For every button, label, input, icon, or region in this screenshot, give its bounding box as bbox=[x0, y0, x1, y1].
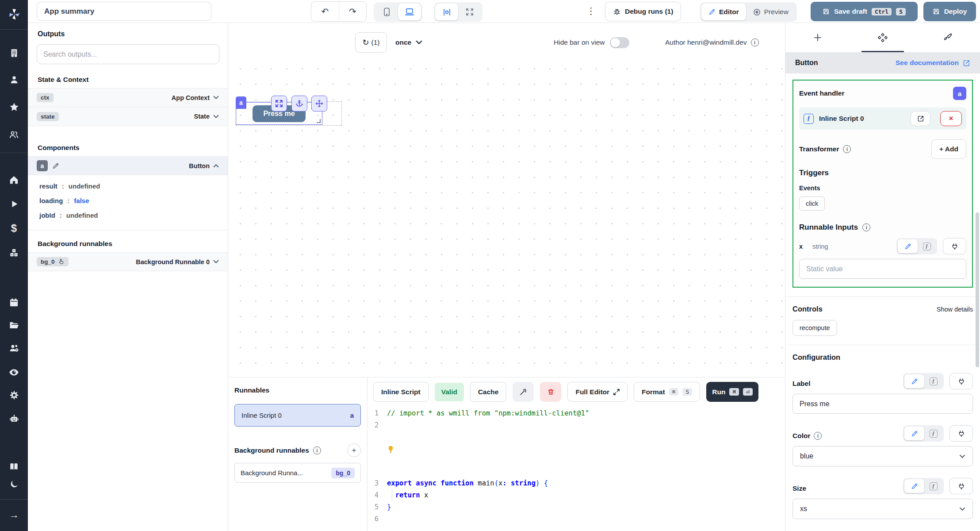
desktop-view-button[interactable] bbox=[398, 4, 421, 20]
lightbulb-icon[interactable] bbox=[387, 445, 394, 454]
move-handle-icon[interactable] bbox=[311, 96, 327, 112]
delete-script-icon[interactable] bbox=[540, 382, 561, 402]
rename-component-icon[interactable] bbox=[52, 162, 59, 169]
redo-button[interactable]: ↷ bbox=[339, 2, 366, 21]
collapse-sidebar-icon[interactable]: → bbox=[0, 505, 28, 524]
refresh-interval-select[interactable]: once bbox=[395, 32, 422, 53]
anchor-handle-icon[interactable] bbox=[291, 96, 307, 112]
undo-button[interactable]: ↶ bbox=[311, 2, 339, 21]
color-select[interactable]: blue bbox=[792, 446, 973, 466]
prop-colon: : bbox=[67, 197, 69, 204]
resources-icon[interactable] bbox=[0, 243, 28, 262]
bg-runnable-item[interactable]: Background Runna... bg_0 bbox=[234, 463, 361, 483]
inline-script-ref-row[interactable]: ƒ Inline Script 0 × bbox=[799, 108, 966, 130]
recompute-badge: recompute bbox=[792, 320, 837, 336]
docs-icon[interactable] bbox=[0, 458, 28, 475]
favorites-icon[interactable] bbox=[0, 98, 28, 116]
ai-assist-icon[interactable] bbox=[513, 382, 534, 402]
static-mode-icon[interactable] bbox=[904, 479, 924, 493]
resize-grip-icon[interactable] bbox=[317, 119, 321, 123]
open-script-button[interactable] bbox=[911, 111, 930, 126]
schedules-icon[interactable] bbox=[0, 293, 28, 312]
variables-icon[interactable]: $ bbox=[0, 219, 28, 237]
connect-input-icon[interactable] bbox=[949, 425, 973, 442]
component-a-row[interactable]: a Button bbox=[28, 156, 228, 175]
folders-icon[interactable] bbox=[0, 316, 28, 335]
connect-input-icon[interactable] bbox=[949, 478, 973, 494]
chevron-down-icon bbox=[213, 96, 219, 100]
component-id-tag[interactable]: a bbox=[236, 96, 246, 109]
styling-tab[interactable] bbox=[915, 23, 980, 52]
refresh-icon: ↻ bbox=[362, 38, 369, 47]
size-select[interactable]: xs bbox=[792, 499, 973, 519]
bg-runnable-item-badge: bg_0 bbox=[331, 468, 355, 478]
script-editor: Inline Script Valid Cache Full Editor Fo… bbox=[368, 377, 785, 531]
full-editor-button[interactable]: Full Editor bbox=[567, 382, 628, 402]
preview-tab[interactable]: Preview bbox=[746, 4, 796, 20]
code-area[interactable]: 1// import * as wmill from "npm:windmill… bbox=[368, 408, 785, 525]
panel-scrollbar[interactable] bbox=[976, 212, 979, 367]
connect-input-icon[interactable] bbox=[943, 238, 966, 254]
expand-handle-icon[interactable] bbox=[271, 96, 287, 112]
inline-script-tab-label: Inline Script bbox=[381, 388, 421, 396]
expr-mode-icon[interactable]: ƒ bbox=[924, 427, 942, 440]
ctx-row[interactable]: ctx App Context bbox=[28, 88, 228, 107]
user-icon[interactable] bbox=[0, 71, 28, 88]
static-mode-icon[interactable] bbox=[904, 374, 924, 388]
audit-logs-icon[interactable] bbox=[0, 363, 28, 381]
expr-mode-icon[interactable]: ƒ bbox=[918, 239, 936, 253]
inline-script-item[interactable]: Inline Script 0 a bbox=[234, 404, 361, 427]
inline-script-item-label: Inline Script 0 bbox=[241, 412, 282, 419]
workspace-icon[interactable] bbox=[0, 44, 28, 62]
app-summary-input[interactable] bbox=[37, 2, 211, 21]
center-canvas-button[interactable] bbox=[435, 4, 458, 20]
inline-script-tab[interactable]: Inline Script bbox=[373, 382, 429, 402]
runs-icon[interactable] bbox=[0, 195, 28, 213]
search-outputs-input[interactable] bbox=[37, 44, 219, 64]
component-settings-tab[interactable] bbox=[850, 23, 915, 52]
chevron-down-icon bbox=[416, 40, 422, 45]
fullscreen-canvas-button[interactable] bbox=[458, 4, 481, 20]
deploy-button[interactable]: Deploy bbox=[923, 2, 976, 21]
show-details-link[interactable]: Show details bbox=[937, 306, 973, 313]
settings-icon[interactable] bbox=[0, 386, 28, 404]
outputs-panel: Outputs State & Context ctx App Context … bbox=[28, 23, 228, 531]
expr-mode-icon[interactable]: ƒ bbox=[924, 374, 942, 388]
add-bg-runnable-button[interactable]: + bbox=[347, 443, 361, 457]
mobile-view-button[interactable] bbox=[375, 4, 398, 20]
cache-button[interactable]: Cache bbox=[470, 382, 507, 402]
function-icon: ƒ bbox=[804, 114, 814, 124]
kbd-s: S bbox=[682, 388, 692, 396]
dark-mode-icon[interactable] bbox=[0, 475, 28, 493]
home-icon[interactable] bbox=[0, 171, 28, 189]
see-documentation-link[interactable]: See documentation bbox=[896, 59, 970, 67]
label-value-input[interactable] bbox=[792, 394, 973, 414]
state-row[interactable]: state State bbox=[28, 107, 228, 126]
save-draft-button[interactable]: Save draft Ctrl S bbox=[811, 2, 918, 21]
runnables-title: Runnables bbox=[234, 386, 361, 394]
info-icon bbox=[843, 145, 851, 153]
more-menu-icon[interactable]: ⋮ bbox=[586, 6, 596, 16]
static-value-input[interactable] bbox=[799, 259, 966, 279]
refresh-button[interactable]: ↻ (1) bbox=[355, 32, 387, 53]
workers-icon[interactable] bbox=[0, 339, 28, 358]
format-button[interactable]: Format ⌘ S bbox=[634, 382, 700, 402]
outputs-title: Outputs bbox=[38, 30, 228, 38]
configuration-title: Configuration bbox=[792, 353, 840, 362]
editor-tab[interactable]: Editor bbox=[701, 4, 746, 20]
static-mode-icon[interactable] bbox=[898, 239, 918, 253]
bg0-row[interactable]: bg_0 Background Runnable 0 bbox=[28, 252, 228, 271]
groups-icon[interactable] bbox=[0, 126, 28, 143]
add-transformer-button[interactable]: + Add bbox=[931, 139, 966, 159]
remove-script-button[interactable]: × bbox=[940, 111, 962, 126]
debug-runs-button[interactable]: Debug runs (1) bbox=[605, 2, 681, 21]
hide-bar-toggle[interactable] bbox=[610, 37, 629, 48]
expr-mode-icon[interactable]: ƒ bbox=[924, 479, 942, 493]
canvas-grid[interactable]: a Press me − 100% + bbox=[228, 58, 785, 377]
connect-input-icon[interactable] bbox=[949, 373, 973, 389]
insert-component-tab[interactable] bbox=[785, 23, 850, 52]
windmill-logo-icon[interactable] bbox=[0, 4, 28, 24]
run-button[interactable]: Run ⌘ ⏎ bbox=[706, 382, 758, 402]
static-mode-icon[interactable] bbox=[904, 427, 924, 440]
ai-icon[interactable] bbox=[0, 410, 28, 428]
